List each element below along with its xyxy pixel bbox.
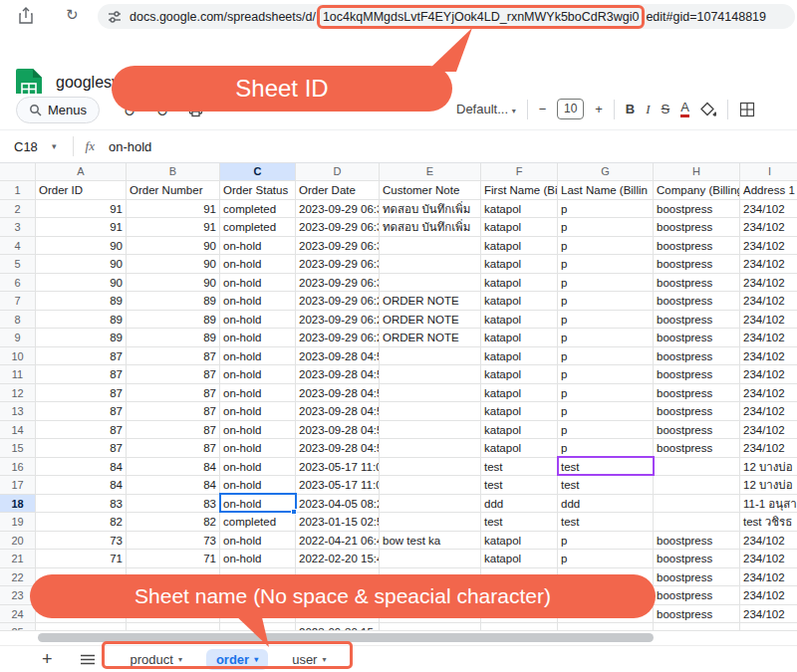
- row-number[interactable]: 9: [0, 329, 36, 347]
- cell[interactable]: p: [558, 200, 654, 219]
- cell[interactable]: 2023-09-29 06:3: [296, 237, 380, 256]
- row-number[interactable]: 2: [0, 200, 36, 219]
- cell[interactable]: 2023-09-29 06:3: [296, 274, 380, 293]
- cell[interactable]: boostpress: [654, 550, 740, 568]
- cell[interactable]: p: [558, 365, 654, 384]
- cell[interactable]: 90: [127, 274, 220, 293]
- cell[interactable]: p: [558, 329, 654, 347]
- cell[interactable]: katapol: [481, 532, 558, 551]
- cell[interactable]: 90: [127, 237, 220, 256]
- cell[interactable]: p: [558, 384, 654, 403]
- cell[interactable]: p: [558, 311, 654, 330]
- cell[interactable]: boostpress: [654, 439, 740, 458]
- cell[interactable]: on-hold: [220, 384, 296, 403]
- cell[interactable]: 90: [127, 255, 220, 274]
- cell[interactable]: bow test ka: [380, 532, 481, 551]
- cell[interactable]: 91: [36, 218, 127, 237]
- cell[interactable]: test: [481, 458, 558, 477]
- cell[interactable]: Order Number: [127, 181, 220, 200]
- cell[interactable]: 90: [36, 274, 127, 293]
- row-number[interactable]: 8: [0, 311, 36, 330]
- cell[interactable]: boostpress: [654, 200, 740, 219]
- row-number[interactable]: 3: [0, 218, 36, 237]
- cell[interactable]: [654, 476, 740, 495]
- cell[interactable]: [380, 255, 481, 274]
- cell[interactable]: katapol: [481, 200, 558, 219]
- cell[interactable]: 2022-02-20 15:4: [296, 550, 380, 568]
- cell[interactable]: katapol: [481, 218, 558, 237]
- cell[interactable]: p: [558, 550, 654, 568]
- cell[interactable]: 234/102: [740, 292, 797, 311]
- column-header-D[interactable]: D: [296, 163, 380, 181]
- bold-button[interactable]: B: [626, 102, 635, 116]
- column-header-C[interactable]: C: [220, 163, 296, 181]
- cell[interactable]: 2023-09-28 04:5: [296, 384, 380, 403]
- cell[interactable]: 82: [127, 513, 220, 532]
- fill-handle[interactable]: [291, 509, 297, 515]
- cell[interactable]: [380, 237, 481, 256]
- cell[interactable]: katapol: [481, 292, 558, 311]
- cell[interactable]: 2022-04-21 06:4: [296, 532, 380, 551]
- cell[interactable]: 2023-09-28 04:5: [296, 365, 380, 384]
- cell[interactable]: 84: [36, 476, 127, 495]
- cell[interactable]: [220, 623, 296, 631]
- cell[interactable]: test: [481, 513, 558, 532]
- cell[interactable]: p: [558, 347, 654, 366]
- tune-icon[interactable]: [108, 10, 122, 24]
- cell[interactable]: [740, 623, 797, 631]
- cell[interactable]: 87: [127, 439, 220, 458]
- row-number[interactable]: 15: [0, 439, 36, 458]
- column-header-B[interactable]: B: [127, 163, 220, 181]
- cell[interactable]: boostpress: [654, 384, 740, 403]
- cell[interactable]: completed: [220, 200, 296, 219]
- row-number[interactable]: 7: [0, 292, 36, 311]
- cell[interactable]: on-hold: [220, 329, 296, 347]
- fill-color-icon[interactable]: [700, 102, 716, 117]
- menus-search-button[interactable]: Menus: [16, 97, 100, 123]
- cell[interactable]: katapol: [481, 384, 558, 403]
- cell[interactable]: completed: [220, 218, 296, 237]
- cell[interactable]: [654, 495, 740, 514]
- cell[interactable]: [380, 421, 481, 440]
- cell[interactable]: 71: [127, 550, 220, 568]
- cell[interactable]: boostpress: [654, 311, 740, 330]
- cell[interactable]: on-hold: [220, 292, 296, 311]
- add-sheet-button[interactable]: +: [42, 650, 53, 668]
- row-number[interactable]: 21: [0, 550, 36, 568]
- row-number[interactable]: 25: [0, 623, 36, 631]
- cell[interactable]: 84: [127, 458, 220, 477]
- cell[interactable]: p: [558, 292, 654, 311]
- cell[interactable]: 234/102: [740, 311, 797, 330]
- cell[interactable]: on-hold: [220, 421, 296, 440]
- cell[interactable]: 234/102: [740, 237, 797, 256]
- column-header-G[interactable]: G: [558, 163, 654, 181]
- cell[interactable]: katapol: [481, 255, 558, 274]
- row-number[interactable]: 20: [0, 532, 36, 551]
- cell[interactable]: 234/102: [740, 218, 797, 237]
- cell[interactable]: [380, 439, 481, 458]
- cell[interactable]: katapol: [481, 365, 558, 384]
- row-number[interactable]: 10: [0, 347, 36, 366]
- cell[interactable]: on-hold: [220, 255, 296, 274]
- cell[interactable]: First Name (Billi: [481, 181, 558, 200]
- cell[interactable]: on-hold: [220, 237, 296, 256]
- cell[interactable]: katapol: [481, 421, 558, 440]
- cell[interactable]: 234/102: [740, 329, 797, 347]
- cell[interactable]: [380, 402, 481, 421]
- cell[interactable]: on-hold: [220, 439, 296, 458]
- cell[interactable]: 89: [127, 292, 220, 311]
- cell[interactable]: 87: [127, 384, 220, 403]
- cell[interactable]: p: [558, 439, 654, 458]
- row-number[interactable]: 12: [0, 384, 36, 403]
- cell[interactable]: 89: [127, 311, 220, 330]
- column-header-I[interactable]: I: [740, 163, 797, 181]
- cell[interactable]: [654, 623, 740, 631]
- cell[interactable]: test: [558, 476, 654, 495]
- cell[interactable]: 11-1 อนุสา: [740, 495, 797, 514]
- cell[interactable]: 87: [127, 347, 220, 366]
- cell[interactable]: ORDER NOTE: [380, 311, 481, 330]
- cell[interactable]: ทดสอบ บันทึกเพิ่ม: [380, 200, 481, 219]
- cell[interactable]: katapol: [481, 311, 558, 330]
- cell[interactable]: [36, 623, 127, 631]
- cell[interactable]: on-hold: [220, 274, 296, 293]
